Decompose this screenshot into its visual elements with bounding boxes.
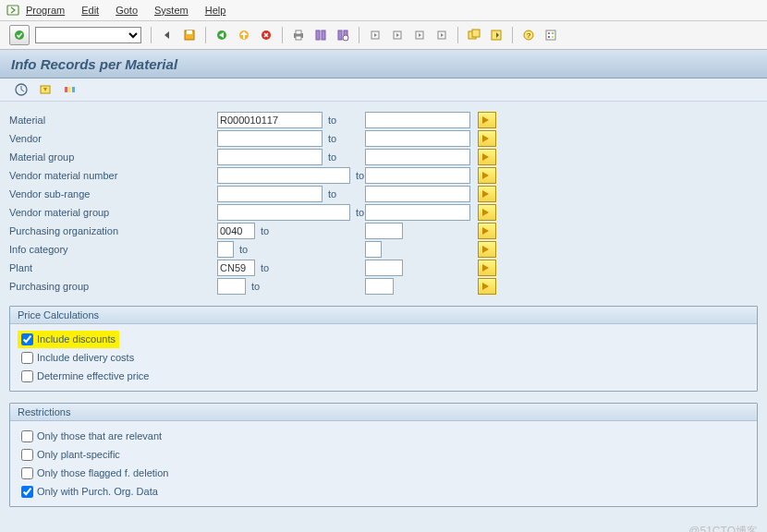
- chk-only-purchorg[interactable]: [21, 486, 33, 498]
- to-label: to: [261, 225, 365, 236]
- input-plant-to[interactable]: [365, 260, 403, 276]
- lbl-only-plant: Only plant-specific: [37, 449, 120, 460]
- multi-select-venmatgroup[interactable]: [478, 204, 496, 221]
- svg-rect-36: [552, 36, 554, 38]
- lbl-only-flagged: Only those flagged f. deletion: [37, 467, 168, 478]
- new-session-btn[interactable]: [464, 25, 484, 45]
- input-purchgroup-from[interactable]: [217, 278, 246, 295]
- input-venmatgroup-from[interactable]: [217, 204, 350, 221]
- input-venmatnum-from[interactable]: [217, 167, 350, 184]
- multi-select-material[interactable]: [478, 112, 496, 128]
- input-venmatnum-to[interactable]: [365, 167, 470, 184]
- command-field[interactable]: [35, 27, 141, 43]
- lbl-only-purchorg: Only with Purch. Org. Data: [37, 486, 158, 497]
- chk-include-discounts[interactable]: [21, 333, 33, 345]
- input-matgroup-to[interactable]: [365, 149, 470, 165]
- back-btn[interactable]: [157, 25, 177, 45]
- find-btn[interactable]: [310, 25, 331, 45]
- cancel-btn[interactable]: [256, 25, 276, 45]
- toolbar-separator: [457, 27, 458, 43]
- selection-grid: Material to Vendor to Material group to …: [9, 111, 758, 295]
- first-page-btn[interactable]: [365, 25, 385, 45]
- chk-only-relevant[interactable]: [21, 430, 33, 442]
- menu-edit[interactable]: Edit: [81, 5, 99, 16]
- input-venmatgroup-to[interactable]: [365, 204, 470, 221]
- chk-include-delivery[interactable]: [21, 352, 33, 364]
- lbl-include-delivery: Include delivery costs: [37, 352, 134, 363]
- svg-marker-23: [419, 33, 421, 37]
- app-menu-icon[interactable]: [6, 3, 20, 18]
- svg-rect-34: [552, 32, 554, 34]
- exit-btn[interactable]: [234, 25, 254, 45]
- data-sources-icon[interactable]: [59, 79, 79, 100]
- svg-marker-46: [482, 135, 489, 142]
- label-plant: Plant: [9, 262, 217, 273]
- input-infocat-from[interactable]: [217, 241, 234, 258]
- last-page-btn[interactable]: [432, 25, 452, 45]
- input-material-to[interactable]: [365, 112, 470, 128]
- input-infocat-to[interactable]: [365, 241, 382, 258]
- input-vensubrange-to[interactable]: [365, 186, 470, 202]
- to-label: to: [356, 207, 365, 218]
- row-vendor: Vendor to: [9, 129, 758, 147]
- save-btn[interactable]: [179, 25, 200, 45]
- settings-btn[interactable]: [541, 25, 561, 45]
- print-btn[interactable]: [288, 25, 309, 45]
- application-toolbar: [0, 79, 767, 102]
- shortcut-btn[interactable]: [486, 25, 506, 45]
- menu-system[interactable]: System: [154, 5, 189, 16]
- input-purchorg-to[interactable]: [365, 223, 403, 239]
- menu-goto[interactable]: Goto: [116, 5, 138, 16]
- chk-only-plant[interactable]: [21, 449, 33, 461]
- execute-icon[interactable]: [11, 79, 31, 100]
- row-venmatnum: Vendor material number to: [9, 166, 758, 184]
- to-label: to: [328, 151, 365, 163]
- multi-select-plant[interactable]: [478, 260, 496, 276]
- svg-marker-2: [164, 31, 169, 39]
- page-title: Info Records per Material: [11, 56, 177, 72]
- svg-rect-43: [68, 87, 71, 92]
- back-green-btn[interactable]: [212, 25, 232, 45]
- toolbar-separator: [359, 27, 359, 43]
- input-purchorg-from[interactable]: [217, 223, 255, 239]
- to-label: to: [328, 188, 365, 200]
- input-material-from[interactable]: [217, 112, 323, 128]
- prev-page-btn[interactable]: [387, 25, 408, 45]
- multi-select-infocat[interactable]: [478, 241, 496, 258]
- input-vendor-from[interactable]: [217, 130, 323, 147]
- selection-screen: Material to Vendor to Material group to …: [0, 102, 767, 532]
- input-vendor-to[interactable]: [365, 130, 470, 147]
- multi-select-vensubrange[interactable]: [478, 186, 496, 202]
- enter-btn[interactable]: [9, 25, 30, 45]
- multi-select-vendor[interactable]: [478, 130, 496, 147]
- multi-select-matgroup[interactable]: [478, 149, 496, 165]
- next-page-btn[interactable]: [409, 25, 430, 45]
- menu-help[interactable]: Help: [205, 5, 226, 16]
- svg-marker-48: [482, 172, 489, 179]
- svg-marker-45: [482, 116, 489, 124]
- svg-line-39: [21, 90, 24, 91]
- row-venmatgroup: Vendor material group to: [9, 203, 758, 221]
- to-label: to: [239, 244, 365, 255]
- row-purchorg: Purchasing organization to: [9, 222, 758, 239]
- chk-only-flagged[interactable]: [21, 467, 33, 479]
- chk-determine-effective[interactable]: [21, 370, 33, 382]
- input-purchgroup-to[interactable]: [365, 278, 394, 295]
- multi-select-venmatnum[interactable]: [478, 167, 496, 184]
- lbl-include-discounts: Include discounts: [37, 333, 116, 345]
- svg-rect-14: [322, 30, 325, 40]
- chk-row-delivery: Include delivery costs: [18, 348, 749, 367]
- get-variant-icon[interactable]: [35, 79, 55, 100]
- multi-select-purchorg[interactable]: [478, 223, 496, 239]
- find-next-btn[interactable]: [333, 25, 353, 45]
- input-vensubrange-from[interactable]: [217, 186, 323, 202]
- input-matgroup-from[interactable]: [217, 149, 323, 165]
- menu-program[interactable]: Program: [26, 5, 65, 16]
- chk-row-discounts: Include discounts: [18, 330, 749, 348]
- multi-select-purchgroup[interactable]: [478, 278, 496, 295]
- input-plant-from[interactable]: [217, 260, 255, 276]
- svg-marker-21: [396, 33, 399, 37]
- standard-toolbar: ?: [0, 21, 767, 50]
- row-matgroup: Material group to: [9, 148, 758, 165]
- help-btn[interactable]: ?: [518, 25, 539, 45]
